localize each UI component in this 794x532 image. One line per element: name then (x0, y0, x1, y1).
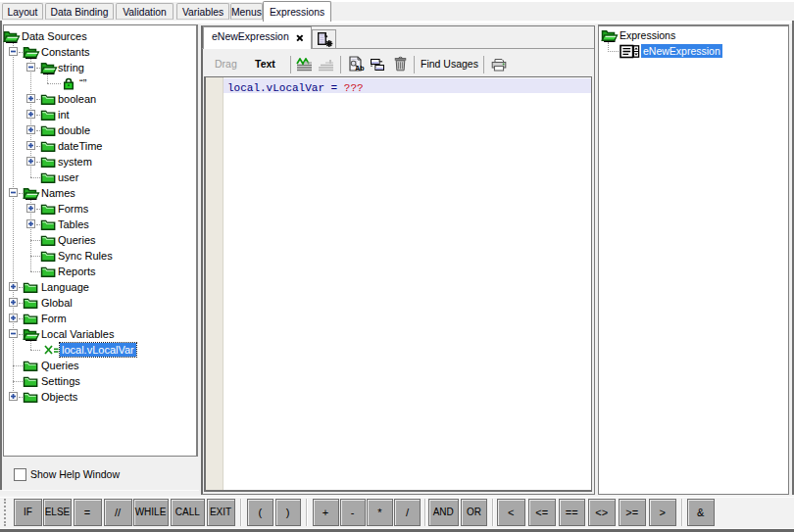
svg-text:Ab: Ab (355, 65, 364, 72)
